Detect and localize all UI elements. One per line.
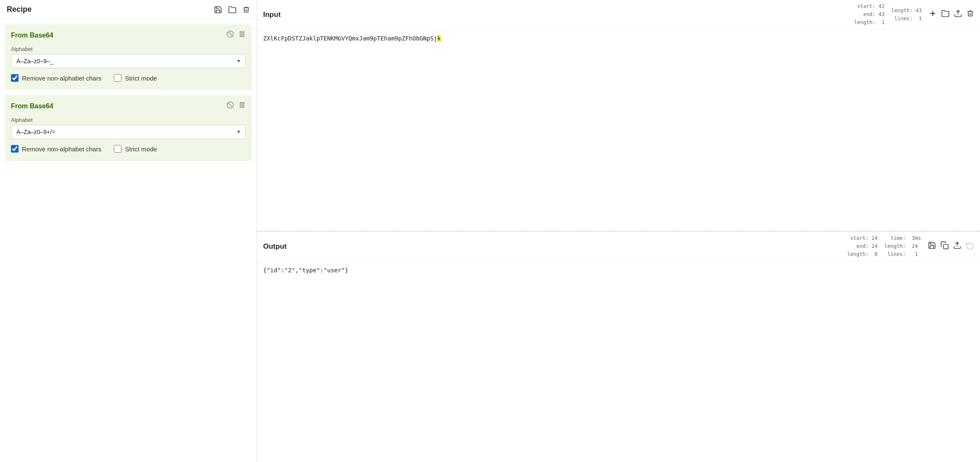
op1-strict-label: Strict mode [125,75,157,82]
input-content[interactable]: ZXlKcFpDSTZJaklpTENKMGVYQmxJam9pTEham9pZ… [257,30,980,231]
input-export-button[interactable] [954,9,962,20]
output-undo-button[interactable] [966,241,974,252]
op2-disable-icon[interactable] [226,101,234,111]
output-export-button[interactable] [953,241,961,252]
op1-title: From Base64 [11,32,54,39]
op1-remove-label: Remove non-alphabet chars [22,75,101,82]
op1-options-row: Remove non-alphabet chars Strict mode [11,74,246,82]
input-header: Input start: 42 end: 43 length: 1 length… [257,0,980,30]
op1-pause-icon[interactable] [238,30,246,40]
op1-remove-option[interactable]: Remove non-alphabet chars [11,74,101,82]
output-title: Output [263,242,287,251]
output-stats-right: time: 3ms length: 24 lines: 1 [884,234,921,259]
svg-rect-6 [240,102,242,107]
input-cursor: k [437,35,441,42]
recipe-title: Recipe [7,5,32,14]
output-meta: start: 24 end: 24 length: 0 time: 3ms le… [847,234,974,259]
output-header: Output start: 24 end: 24 length: 0 time:… [257,231,980,262]
right-panel: Input start: 42 end: 43 length: 1 length… [257,0,980,462]
op1-strict-checkbox[interactable] [114,74,121,82]
op2-options-row: Remove non-alphabet chars Strict mode [11,145,246,153]
input-actions [929,9,974,20]
op1-disable-icon[interactable] [226,30,234,40]
op2-strict-label: Strict mode [125,145,157,153]
input-section: Input start: 42 end: 43 length: 1 length… [257,0,980,231]
op2-title: From Base64 [11,102,54,110]
op1-controls [226,30,246,40]
operation-card-2: From Base64 [5,95,252,161]
output-text: {"id":"2","type":"user"} [263,267,348,274]
op2-alphabet-dropdown[interactable]: A–Za–z0–9+/= ▼ [11,125,246,139]
save-recipe-button[interactable] [214,5,222,14]
input-meta: start: 42 end: 43 length: 1 length: 43 l… [854,3,975,27]
svg-rect-3 [243,32,244,37]
op2-header: From Base64 [11,101,246,111]
output-section: Output start: 24 end: 24 length: 0 time:… [257,231,980,462]
open-recipe-button[interactable] [228,5,237,14]
output-stats-left: start: 24 end: 24 length: 0 [847,234,878,259]
input-title: Input [263,11,281,19]
op2-remove-checkbox[interactable] [11,145,19,153]
output-copy-button[interactable] [940,241,949,252]
input-stats-group: start: 42 end: 43 length: 1 length: 43 l… [854,3,922,27]
recipe-operations-list: From Base64 [0,19,257,462]
svg-rect-7 [243,102,244,107]
op2-dropdown-arrow: ▼ [236,129,241,135]
op2-remove-option[interactable]: Remove non-alphabet chars [11,145,101,153]
input-add-button[interactable] [929,9,937,20]
input-stats-left: start: 42 end: 43 length: 1 [854,3,885,27]
operation-card-1: From Base64 [5,24,252,90]
op2-strict-checkbox[interactable] [114,145,121,153]
input-open-button[interactable] [941,9,950,20]
input-text-before-cursor: ZXlKcFpDSTZJaklpTENKMGVYQmxJam9pTEham9pZ… [263,35,437,42]
op1-dropdown-arrow: ▼ [236,58,241,64]
output-actions [928,241,974,252]
recipe-header: Recipe [0,0,257,19]
output-content: {"id":"2","type":"user"} [257,262,980,462]
svg-rect-2 [240,32,242,37]
left-panel: Recipe [0,0,257,462]
input-delete-button[interactable] [967,9,974,20]
op2-alphabet-label: Alphabet [11,117,246,123]
svg-line-1 [228,32,233,37]
recipe-toolbar [214,5,250,14]
op2-remove-label: Remove non-alphabet chars [22,145,101,153]
op2-alphabet-value: A–Za–z0–9+/= [16,129,55,135]
op1-header: From Base64 [11,30,246,40]
op1-strict-option[interactable]: Strict mode [114,74,157,82]
op1-alphabet-dropdown[interactable]: A–Za–z0–9–_ ▼ [11,54,246,68]
output-stats-group: start: 24 end: 24 length: 0 time: 3ms le… [847,234,921,259]
op1-alphabet-label: Alphabet [11,46,246,52]
delete-recipe-button[interactable] [242,5,250,14]
op2-controls [226,101,246,111]
output-save-button[interactable] [928,241,936,252]
svg-rect-11 [944,244,948,249]
input-stats-right: length: 43 lines: 1 [891,7,922,23]
op1-alphabet-value: A–Za–z0–9–_ [16,58,53,64]
op1-remove-checkbox[interactable] [11,74,19,82]
svg-line-5 [228,103,233,107]
op2-strict-option[interactable]: Strict mode [114,145,157,153]
op2-pause-icon[interactable] [238,101,246,111]
